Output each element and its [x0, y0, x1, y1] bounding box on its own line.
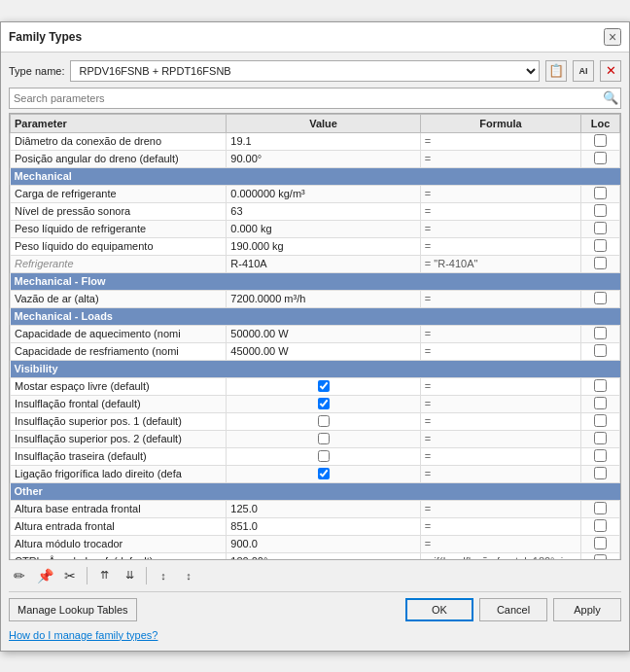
- lock-cell[interactable]: [581, 202, 620, 220]
- add-param-button[interactable]: 📌: [34, 565, 55, 586]
- param-cell: CTRL_Ângulo Insuf. (default): [11, 552, 227, 560]
- param-cell: Altura base entrada frontal: [11, 500, 227, 517]
- manage-lookup-button[interactable]: Manage Lookup Tables: [9, 598, 137, 621]
- formula-cell: = "R-410A": [420, 255, 580, 272]
- value-cell: 7200.0000 m³/h: [227, 290, 421, 307]
- search-input[interactable]: [9, 88, 621, 109]
- param-cell: Insulflação traseira (default): [11, 447, 227, 465]
- value-cell[interactable]: [227, 395, 421, 412]
- value-cell[interactable]: [227, 377, 421, 395]
- family-types-window: Family Types × Type name: RPDV16FSNB + R…: [0, 21, 630, 652]
- value-cell[interactable]: [227, 412, 421, 430]
- table-row: Insulflação frontal (default)=: [11, 395, 620, 412]
- lock-cell[interactable]: [581, 535, 620, 552]
- table-row: Insulflação superior pos. 2 (default)=: [11, 430, 620, 447]
- search-button[interactable]: 🔍: [602, 89, 619, 107]
- lock-cell[interactable]: [581, 237, 620, 255]
- lock-cell[interactable]: [581, 412, 620, 430]
- formula-cell: =: [420, 395, 580, 412]
- ai-button[interactable]: AI: [573, 60, 594, 82]
- param-cell: Ligação frigorífica lado direito (defa: [11, 465, 227, 482]
- value-cell: 45000.00 W: [227, 342, 421, 360]
- bottom-toolbar: ✏ 📌 ✂ ⇈ ⇊ ↕ ↕: [9, 560, 621, 592]
- value-cell: 90.00°: [227, 150, 421, 167]
- formula-cell: = if(Insulflação frontal, 180°, if(Insuf…: [420, 552, 580, 560]
- main-content: Type name: RPDV16FSNB + RPDT16FSNB 📋 AI …: [1, 53, 629, 651]
- lock-cell[interactable]: [581, 132, 620, 150]
- lock-cell[interactable]: [581, 185, 620, 202]
- lock-cell[interactable]: [581, 325, 620, 342]
- lock-cell[interactable]: [581, 430, 620, 447]
- toolbar-separator-2: [146, 567, 147, 584]
- table-row: Altura base entrada frontal125.0=: [11, 500, 620, 517]
- value-cell: 0.000 kg: [227, 220, 421, 237]
- table-row: Carga de refrigerante0.000000 kg/m³=: [11, 185, 620, 202]
- table-row: Peso líquido do equipamento190.000 kg=: [11, 237, 620, 255]
- value-cell[interactable]: [227, 447, 421, 465]
- cancel-button[interactable]: Cancel: [479, 598, 547, 621]
- param-cell: Diâmetro da conexão de dreno: [11, 132, 227, 150]
- lock-cell[interactable]: [581, 220, 620, 237]
- footer-bottom: How do I manage family types?: [9, 625, 621, 643]
- table-row: Nível de pressão sonora63=: [11, 202, 620, 220]
- param-cell: Peso líquido do equipamento: [11, 237, 227, 255]
- sort-desc-button[interactable]: ↕: [178, 565, 199, 586]
- param-cell: Peso líquido de refrigerante: [11, 220, 227, 237]
- param-cell: Insulflação frontal (default): [11, 395, 227, 412]
- lock-cell[interactable]: [581, 377, 620, 395]
- lock-cell[interactable]: [581, 255, 620, 272]
- param-cell: Mostar espaço livre (default): [11, 377, 227, 395]
- help-link[interactable]: How do I manage family types?: [9, 629, 158, 641]
- param-cell: Nível de pressão sonora: [11, 202, 227, 220]
- table-row: Posição angular do dreno (default)90.00°…: [11, 150, 620, 167]
- formula-cell: =: [420, 325, 580, 342]
- table-row: Diâmetro da conexão de dreno19.1=: [11, 132, 620, 150]
- param-cell: Capacidade de aquecimento (nomi: [11, 325, 227, 342]
- formula-cell: =: [420, 185, 580, 202]
- value-cell: R-410A: [227, 255, 421, 272]
- formula-cell: =: [420, 342, 580, 360]
- table-group-header: Visibility: [11, 360, 620, 377]
- apply-button[interactable]: Apply: [553, 598, 621, 621]
- col-header-lock: Loc: [581, 114, 620, 132]
- lock-cell[interactable]: [581, 395, 620, 412]
- ok-button[interactable]: OK: [405, 598, 473, 621]
- sort-asc-button[interactable]: ↕: [153, 565, 174, 586]
- formula-cell: =: [420, 500, 580, 517]
- lock-cell[interactable]: [581, 447, 620, 465]
- table-group-header: Mechanical - Loads: [11, 307, 620, 325]
- formula-cell: =: [420, 447, 580, 465]
- formula-cell: =: [420, 150, 580, 167]
- lock-cell[interactable]: [581, 500, 620, 517]
- table-row: Capacidade de aquecimento (nomi50000.00 …: [11, 325, 620, 342]
- formula-cell: =: [420, 535, 580, 552]
- col-header-value: Value: [227, 114, 421, 132]
- edit-param-button[interactable]: ✏: [9, 565, 30, 586]
- move-down-bottom-button[interactable]: ⇊: [119, 565, 140, 586]
- value-cell[interactable]: [227, 465, 421, 482]
- param-cell: Carga de refrigerante: [11, 185, 227, 202]
- param-cell: Insulflação superior pos. 1 (default): [11, 412, 227, 430]
- move-up-top-button[interactable]: ⇈: [93, 565, 115, 586]
- param-cell: Capacidade de resfriamento (nomi: [11, 342, 227, 360]
- parameters-table: Parameter Value Formula Loc Diâmetro da …: [10, 114, 620, 560]
- table-group-header: Mechanical: [11, 167, 620, 185]
- remove-param-button[interactable]: ✂: [59, 565, 81, 586]
- lock-cell[interactable]: [581, 342, 620, 360]
- formula-cell: =: [420, 412, 580, 430]
- value-cell[interactable]: [227, 430, 421, 447]
- formula-cell: =: [420, 132, 580, 150]
- lock-cell[interactable]: [581, 150, 620, 167]
- formula-cell: =: [420, 202, 580, 220]
- lock-cell[interactable]: [581, 465, 620, 482]
- lock-cell[interactable]: [581, 290, 620, 307]
- lock-cell[interactable]: [581, 517, 620, 535]
- close-button[interactable]: ×: [604, 28, 621, 46]
- copy-type-button[interactable]: 📋: [545, 60, 567, 82]
- formula-cell: =: [420, 220, 580, 237]
- title-bar: Family Types ×: [1, 22, 629, 53]
- lock-cell[interactable]: [581, 552, 620, 560]
- table-row: Mostar espaço livre (default)=: [11, 377, 620, 395]
- type-name-select[interactable]: RPDV16FSNB + RPDT16FSNB: [70, 60, 540, 82]
- delete-type-button[interactable]: ✕: [600, 60, 621, 82]
